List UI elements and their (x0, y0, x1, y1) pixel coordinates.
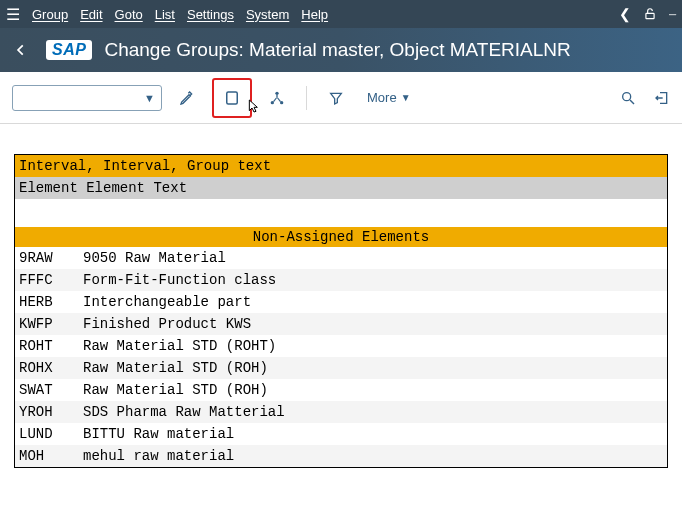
toolbar-divider (306, 86, 307, 110)
svg-point-2 (275, 91, 278, 94)
list-item[interactable]: KWFPFinished Product KWS (15, 313, 667, 335)
edit-button[interactable] (170, 81, 204, 115)
more-label: More (367, 90, 397, 105)
legend-element-row: Element Element Text (15, 177, 667, 199)
more-button[interactable]: More ▼ (361, 86, 417, 109)
chevron-down-icon: ▼ (144, 92, 155, 104)
search-icon[interactable] (620, 90, 636, 106)
section-title: Non-Assigned Elements (15, 227, 667, 247)
list-item[interactable]: FFFCForm-Fit-Function class (15, 269, 667, 291)
svg-point-5 (623, 92, 631, 100)
list-item[interactable]: ROHTRaw Material STD (ROHT) (15, 335, 667, 357)
page-header: SAP Change Groups: Material master, Obje… (0, 28, 682, 72)
list-item[interactable]: YROHSDS Pharma Raw Matterial (15, 401, 667, 423)
svg-rect-0 (646, 13, 654, 18)
lock-icon[interactable] (643, 7, 657, 21)
elements-list: 9RAW9050 Raw Material FFFCForm-Fit-Funct… (15, 247, 667, 467)
close-icon[interactable]: ─ (669, 9, 676, 20)
svg-rect-1 (227, 92, 238, 104)
toolbar: ▼ More ▼ (0, 72, 682, 124)
menu-goto[interactable]: Goto (115, 7, 143, 22)
chevron-down-icon: ▼ (401, 92, 411, 103)
chevron-left-icon[interactable]: ❮ (619, 6, 631, 22)
list-item[interactable]: MOHmehul raw material (15, 445, 667, 467)
exit-icon[interactable] (654, 90, 670, 106)
select-button[interactable] (212, 78, 252, 118)
back-button[interactable] (8, 37, 34, 63)
menubar: ☰ Group Edit Goto List Settings System H… (0, 0, 682, 28)
menu-settings[interactable]: Settings (187, 7, 234, 22)
list-item[interactable]: HERBInterchangeable part (15, 291, 667, 313)
menu-help[interactable]: Help (301, 7, 328, 22)
list-panel: Interval, Interval, Group text Element E… (14, 154, 668, 468)
menu-system[interactable]: System (246, 7, 289, 22)
list-item[interactable]: SWATRaw Material STD (ROH) (15, 379, 667, 401)
list-item[interactable]: ROHXRaw Material STD (ROH) (15, 357, 667, 379)
list-item[interactable]: 9RAW9050 Raw Material (15, 247, 667, 269)
menu-list[interactable]: List (155, 7, 175, 22)
legend-interval-row: Interval, Interval, Group text (15, 155, 667, 177)
menu-icon[interactable]: ☰ (6, 5, 20, 24)
content-area: Interval, Interval, Group text Element E… (0, 124, 682, 468)
page-title: Change Groups: Material master, Object M… (104, 39, 570, 61)
filter-button[interactable] (319, 81, 353, 115)
list-item[interactable]: LUNDBITTU Raw material (15, 423, 667, 445)
menu-edit[interactable]: Edit (80, 7, 102, 22)
sap-logo: SAP (46, 40, 92, 60)
menu-group[interactable]: Group (32, 7, 68, 22)
command-field[interactable]: ▼ (12, 85, 162, 111)
hierarchy-button[interactable] (260, 81, 294, 115)
